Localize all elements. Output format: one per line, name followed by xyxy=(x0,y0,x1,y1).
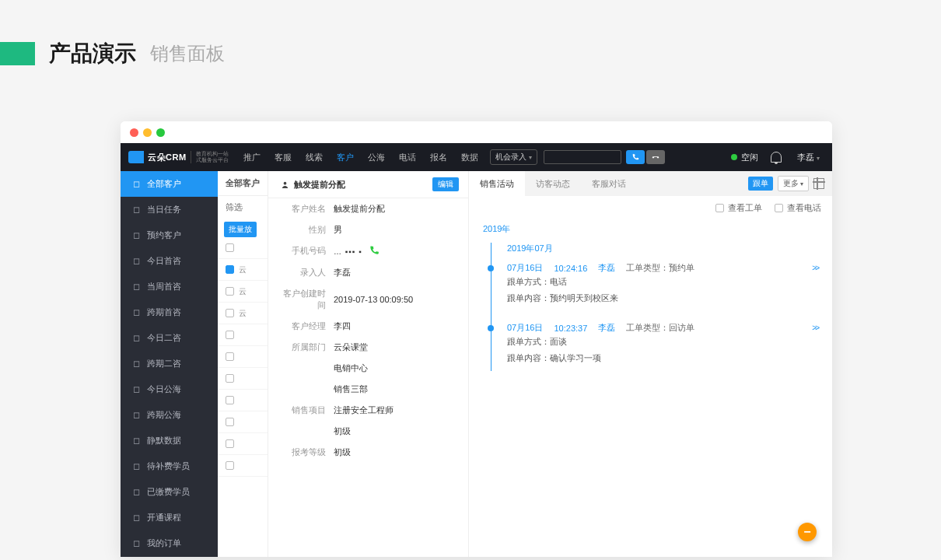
activity-filter-1[interactable]: 查看电话 xyxy=(775,202,821,214)
entry-type: 工单类型：预约单 xyxy=(626,262,694,274)
list-row[interactable] xyxy=(218,368,268,390)
sidebar-item-9[interactable]: ◻跨期公海 xyxy=(121,402,218,428)
topnav-item-0[interactable]: 推广 xyxy=(236,143,268,171)
sidebar-item-0[interactable]: ◻全部客户 xyxy=(121,171,218,197)
mute-icon: ◻ xyxy=(131,436,141,446)
logo-subtitle: 教育机构一站 式服务云平台 xyxy=(191,151,229,163)
edit-button[interactable]: 编辑 xyxy=(432,177,459,191)
checkbox-icon[interactable] xyxy=(226,265,234,274)
checkbox-icon[interactable] xyxy=(226,352,234,361)
sidebar-item-label: 跨期二咨 xyxy=(147,358,181,369)
topnav-item-2[interactable]: 线索 xyxy=(299,143,330,171)
checkbox-icon[interactable] xyxy=(226,418,234,426)
maximize-icon[interactable] xyxy=(156,128,165,137)
topnav-item-3[interactable]: 客户 xyxy=(330,143,361,171)
topnav-item-1[interactable]: 客服 xyxy=(268,143,299,171)
topnav-item-7[interactable]: 数据 xyxy=(454,143,485,171)
sidebar-item-8[interactable]: ◻今日公海 xyxy=(121,376,218,402)
list-row[interactable] xyxy=(218,390,268,411)
search-input[interactable] xyxy=(544,150,621,164)
hangup-button[interactable] xyxy=(646,150,665,164)
entry-method: 跟单方式：面谈 xyxy=(507,334,818,350)
list-row[interactable] xyxy=(218,346,268,368)
list-row[interactable] xyxy=(218,455,268,477)
checkbox-icon[interactable] xyxy=(226,309,234,317)
detail-label: 所属部门 xyxy=(278,341,334,353)
list-row[interactable] xyxy=(218,433,268,455)
expand-button[interactable]: >> xyxy=(812,264,818,272)
timeline-entry: 07月16日10:24:16李磊工单类型：预约单>>跟单方式：电话跟单内容：预约… xyxy=(507,262,818,311)
detail-row: 销售项目注册安全工程师 xyxy=(268,400,468,421)
user-menu[interactable]: 李磊 ▾ xyxy=(797,152,820,163)
phone-icon[interactable] xyxy=(369,245,380,257)
list-row[interactable] xyxy=(218,237,268,259)
sidebar-item-label: 今日公海 xyxy=(147,383,181,395)
checkbox-icon[interactable] xyxy=(226,439,234,448)
detail-value: 李磊 xyxy=(334,267,459,278)
sidebar-item-13[interactable]: ◻开通课程 xyxy=(121,505,218,530)
activity-tab-1[interactable]: 访客动态 xyxy=(525,171,581,196)
activity-tabs-actions: 跟单 更多 ▾ xyxy=(748,176,832,191)
accent-bar xyxy=(0,42,35,65)
sidebar-item-14[interactable]: ◻我的订单 xyxy=(121,530,218,556)
checkbox-icon[interactable] xyxy=(226,374,234,383)
logo[interactable]: 云朵CRM 教育机构一站 式服务云平台 xyxy=(121,143,236,171)
sidebar-item-label: 开通课程 xyxy=(147,512,181,523)
expand-button[interactable]: >> xyxy=(812,324,818,332)
topnav-item-6[interactable]: 报名 xyxy=(423,143,454,171)
close-icon[interactable] xyxy=(130,128,138,137)
minimize-floating-button[interactable]: − xyxy=(798,523,817,541)
chat-icon: ◻ xyxy=(131,257,141,266)
topnav-item-4[interactable]: 公海 xyxy=(361,143,392,171)
status-dot-icon xyxy=(731,154,737,160)
opportunity-entry-button[interactable]: 机会录入 ▾ xyxy=(490,149,537,165)
checkbox-icon xyxy=(775,204,783,212)
layout-toggle-icon[interactable] xyxy=(813,178,824,189)
call-button[interactable] xyxy=(626,150,645,164)
list-panel-filter[interactable]: 筛选 xyxy=(218,196,268,219)
sidebar-item-6[interactable]: ◻今日二咨 xyxy=(121,325,218,351)
list-row[interactable]: 云 xyxy=(218,281,268,303)
sidebar-item-10[interactable]: ◻静默数据 xyxy=(121,428,218,453)
follow-button[interactable]: 跟单 xyxy=(748,177,773,191)
activity-tab-0[interactable]: 销售活动 xyxy=(469,171,525,196)
batch-tag[interactable]: 批量放 xyxy=(224,222,257,237)
sidebar-item-7[interactable]: ◻跨期二咨 xyxy=(121,351,218,376)
app-window: 云朵CRM 教育机构一站 式服务云平台 推广客服线索客户公海电话报名数据 机会录… xyxy=(121,121,832,557)
bell-icon[interactable] xyxy=(771,152,782,163)
entry-time: 10:23:37 xyxy=(554,324,587,333)
activity-tab-2[interactable]: 客服对话 xyxy=(581,171,637,196)
timeline-dot-icon xyxy=(488,325,494,331)
page-title-sub: 销售面板 xyxy=(150,41,225,66)
detail-row: 所属部门云朵课堂 xyxy=(268,337,468,358)
checkbox-icon[interactable] xyxy=(226,396,234,404)
course-icon: ◻ xyxy=(131,513,141,523)
list-row[interactable]: 云 xyxy=(218,259,268,281)
sidebar-item-12[interactable]: ◻已缴费学员 xyxy=(121,479,218,505)
sidebar-item-2[interactable]: ◻预约客户 xyxy=(121,222,218,248)
sidebar-item-11[interactable]: ◻待补费学员 xyxy=(121,453,218,479)
more-button[interactable]: 更多 ▾ xyxy=(778,176,809,191)
sidebar-item-3[interactable]: ◻今日首咨 xyxy=(121,248,218,274)
entry-time: 10:24:16 xyxy=(554,264,587,273)
list-row[interactable] xyxy=(218,324,268,346)
sidebar-item-5[interactable]: ◻跨期首咨 xyxy=(121,299,218,325)
detail-title: 触发提前分配 xyxy=(281,179,345,191)
sidebar-item-4[interactable]: ◻当周首咨 xyxy=(121,274,218,299)
checkbox-icon[interactable] xyxy=(226,243,234,252)
page-header: 产品演示 销售面板 xyxy=(0,0,941,92)
chat-icon: ◻ xyxy=(131,334,141,343)
checkbox-icon[interactable] xyxy=(226,331,234,339)
checkbox-icon[interactable] xyxy=(226,461,234,470)
list-row[interactable]: 云 xyxy=(218,303,268,324)
detail-value: 触发提前分配 xyxy=(334,203,459,215)
detail-value: 初级 xyxy=(334,446,459,458)
minimize-icon[interactable] xyxy=(143,128,152,137)
sidebar-item-1[interactable]: ◻当日任务 xyxy=(121,197,218,222)
checkbox-icon[interactable] xyxy=(226,287,234,296)
topnav-item-5[interactable]: 电话 xyxy=(392,143,423,171)
sidebar-item-label: 当日任务 xyxy=(147,204,181,215)
activity-filter-0[interactable]: 查看工单 xyxy=(715,202,762,214)
list-row[interactable] xyxy=(218,411,268,433)
status-indicator[interactable]: 空闲 xyxy=(731,152,758,163)
